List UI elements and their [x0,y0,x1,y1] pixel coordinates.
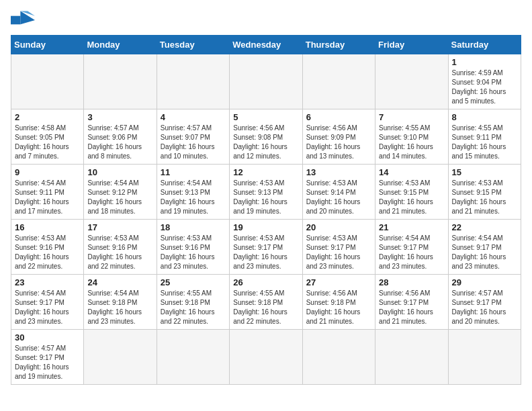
calendar-cell: 10Sunrise: 4:54 AM Sunset: 9:12 PM Dayli… [84,165,157,220]
day-number: 20 [306,222,371,232]
day-info: Sunrise: 4:56 AM Sunset: 9:09 PM Dayligh… [306,124,371,161]
day-number: 8 [452,112,517,122]
day-number: 23 [15,277,80,287]
day-info: Sunrise: 4:55 AM Sunset: 9:18 PM Dayligh… [161,289,226,326]
day-number: 1 [452,57,517,67]
day-info: Sunrise: 4:54 AM Sunset: 9:11 PM Dayligh… [15,179,80,216]
day-info: Sunrise: 4:57 AM Sunset: 9:07 PM Dayligh… [161,124,226,161]
day-number: 4 [161,112,226,122]
day-number: 22 [452,222,517,232]
day-number: 16 [15,222,80,232]
calendar-cell [84,54,157,109]
calendar-cell: 6Sunrise: 4:56 AM Sunset: 9:09 PM Daylig… [302,109,375,165]
day-info: Sunrise: 4:57 AM Sunset: 9:17 PM Dayligh… [452,289,517,326]
logo [11,11,38,30]
general-blue-logo-icon [11,11,35,30]
calendar-cell: 9Sunrise: 4:54 AM Sunset: 9:11 PM Daylig… [11,165,84,220]
calendar-cell: 4Sunrise: 4:57 AM Sunset: 9:07 PM Daylig… [157,109,229,165]
calendar-cell: 17Sunrise: 4:53 AM Sunset: 9:16 PM Dayli… [84,220,157,275]
weekday-header-row: SundayMondayTuesdayWednesdayThursdayFrid… [11,36,521,54]
calendar-body: 1Sunrise: 4:59 AM Sunset: 9:04 PM Daylig… [11,54,521,385]
calendar-cell: 18Sunrise: 4:53 AM Sunset: 9:16 PM Dayli… [157,220,229,275]
day-number: 3 [87,112,152,122]
calendar-cell: 13Sunrise: 4:53 AM Sunset: 9:14 PM Dayli… [302,165,375,220]
calendar-cell: 5Sunrise: 4:56 AM Sunset: 9:08 PM Daylig… [230,109,302,165]
day-number: 9 [15,167,80,177]
calendar-cell: 15Sunrise: 4:53 AM Sunset: 9:15 PM Dayli… [448,165,521,220]
day-info: Sunrise: 4:58 AM Sunset: 9:05 PM Dayligh… [15,124,80,161]
day-info: Sunrise: 4:54 AM Sunset: 9:18 PM Dayligh… [87,289,152,326]
calendar-cell: 21Sunrise: 4:54 AM Sunset: 9:17 PM Dayli… [375,220,448,275]
calendar-table: SundayMondayTuesdayWednesdayThursdayFrid… [11,35,521,385]
day-number: 10 [87,167,152,177]
calendar-cell [11,54,84,109]
weekday-header-thursday: Thursday [302,36,375,54]
day-info: Sunrise: 4:53 AM Sunset: 9:16 PM Dayligh… [87,234,152,271]
day-info: Sunrise: 4:53 AM Sunset: 9:17 PM Dayligh… [306,234,371,271]
day-info: Sunrise: 4:56 AM Sunset: 9:18 PM Dayligh… [306,289,371,326]
calendar-cell: 8Sunrise: 4:55 AM Sunset: 9:11 PM Daylig… [448,109,521,165]
calendar-cell [157,330,229,385]
calendar-week-row: 2Sunrise: 4:58 AM Sunset: 9:05 PM Daylig… [11,109,521,165]
calendar-week-row: 9Sunrise: 4:54 AM Sunset: 9:11 PM Daylig… [11,165,521,220]
calendar-cell: 28Sunrise: 4:56 AM Sunset: 9:17 PM Dayli… [375,275,448,330]
weekday-header-sunday: Sunday [11,36,84,54]
day-info: Sunrise: 4:53 AM Sunset: 9:15 PM Dayligh… [379,179,444,216]
day-number: 17 [87,222,152,232]
day-info: Sunrise: 4:53 AM Sunset: 9:15 PM Dayligh… [452,179,517,216]
calendar-cell: 29Sunrise: 4:57 AM Sunset: 9:17 PM Dayli… [448,275,521,330]
calendar-week-row: 23Sunrise: 4:54 AM Sunset: 9:17 PM Dayli… [11,275,521,330]
calendar-cell: 1Sunrise: 4:59 AM Sunset: 9:04 PM Daylig… [448,54,521,109]
day-number: 12 [233,167,298,177]
day-number: 11 [161,167,226,177]
calendar-cell: 30Sunrise: 4:57 AM Sunset: 9:17 PM Dayli… [11,330,84,385]
calendar-cell [302,54,375,109]
calendar-cell: 25Sunrise: 4:55 AM Sunset: 9:18 PM Dayli… [157,275,229,330]
day-info: Sunrise: 4:56 AM Sunset: 9:08 PM Dayligh… [233,124,298,161]
header [11,11,521,30]
day-info: Sunrise: 4:54 AM Sunset: 9:13 PM Dayligh… [161,179,226,216]
calendar-cell [230,330,302,385]
weekday-header-saturday: Saturday [448,36,521,54]
day-info: Sunrise: 4:53 AM Sunset: 9:17 PM Dayligh… [233,234,298,271]
calendar-cell: 2Sunrise: 4:58 AM Sunset: 9:05 PM Daylig… [11,109,84,165]
calendar-week-row: 1Sunrise: 4:59 AM Sunset: 9:04 PM Daylig… [11,54,521,109]
calendar-cell: 19Sunrise: 4:53 AM Sunset: 9:17 PM Dayli… [230,220,302,275]
calendar-week-row: 30Sunrise: 4:57 AM Sunset: 9:17 PM Dayli… [11,330,521,385]
page-container: SundayMondayTuesdayWednesdayThursdayFrid… [11,11,521,385]
day-info: Sunrise: 4:54 AM Sunset: 9:17 PM Dayligh… [452,234,517,271]
day-number: 26 [233,277,298,287]
day-info: Sunrise: 4:53 AM Sunset: 9:13 PM Dayligh… [233,179,298,216]
calendar-cell: 23Sunrise: 4:54 AM Sunset: 9:17 PM Dayli… [11,275,84,330]
calendar-cell: 12Sunrise: 4:53 AM Sunset: 9:13 PM Dayli… [230,165,302,220]
calendar-cell: 3Sunrise: 4:57 AM Sunset: 9:06 PM Daylig… [84,109,157,165]
calendar-cell: 11Sunrise: 4:54 AM Sunset: 9:13 PM Dayli… [157,165,229,220]
day-number: 18 [161,222,226,232]
day-number: 6 [306,112,371,122]
day-info: Sunrise: 4:55 AM Sunset: 9:10 PM Dayligh… [379,124,444,161]
calendar-cell: 16Sunrise: 4:53 AM Sunset: 9:16 PM Dayli… [11,220,84,275]
calendar-cell [84,330,157,385]
day-info: Sunrise: 4:57 AM Sunset: 9:06 PM Dayligh… [87,124,152,161]
day-number: 7 [379,112,444,122]
day-info: Sunrise: 4:55 AM Sunset: 9:18 PM Dayligh… [233,289,298,326]
weekday-header-monday: Monday [84,36,157,54]
day-number: 28 [379,277,444,287]
calendar-cell: 14Sunrise: 4:53 AM Sunset: 9:15 PM Dayli… [375,165,448,220]
day-info: Sunrise: 4:53 AM Sunset: 9:16 PM Dayligh… [161,234,226,271]
day-info: Sunrise: 4:59 AM Sunset: 9:04 PM Dayligh… [452,68,517,106]
calendar-cell [302,330,375,385]
calendar-cell [157,54,229,109]
day-number: 24 [87,277,152,287]
calendar-cell: 22Sunrise: 4:54 AM Sunset: 9:17 PM Dayli… [448,220,521,275]
day-number: 14 [379,167,444,177]
calendar-cell [375,54,448,109]
calendar-cell: 24Sunrise: 4:54 AM Sunset: 9:18 PM Dayli… [84,275,157,330]
calendar-cell [230,54,302,109]
day-info: Sunrise: 4:54 AM Sunset: 9:12 PM Dayligh… [87,179,152,216]
calendar-cell: 27Sunrise: 4:56 AM Sunset: 9:18 PM Dayli… [302,275,375,330]
weekday-header-tuesday: Tuesday [157,36,229,54]
day-number: 13 [306,167,371,177]
calendar-cell: 7Sunrise: 4:55 AM Sunset: 9:10 PM Daylig… [375,109,448,165]
day-number: 2 [15,112,80,122]
